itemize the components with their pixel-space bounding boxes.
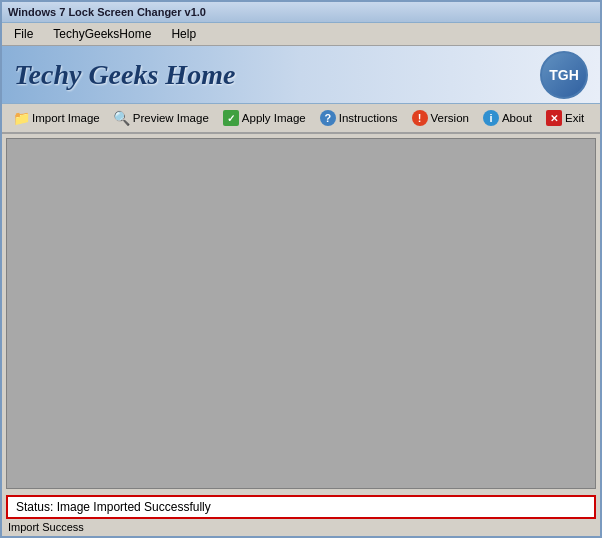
version-button[interactable]: ! Version [407, 108, 474, 128]
exit-icon: ✕ [546, 110, 562, 126]
status-text: Status: Image Imported Successfully [16, 500, 211, 514]
import-image-button[interactable]: 📁 Import Image [8, 108, 105, 128]
banner: Techy Geeks Home TGH [2, 46, 600, 104]
folder-icon: 📁 [13, 110, 29, 126]
apply-image-button[interactable]: ✓ Apply Image [218, 108, 311, 128]
menu-bar: File TechyGeeksHome Help [2, 23, 600, 46]
exit-label: Exit [565, 112, 584, 124]
window-title: Windows 7 Lock Screen Changer v1.0 [8, 6, 206, 18]
about-label: About [502, 112, 532, 124]
info-icon: i [483, 110, 499, 126]
menu-help[interactable]: Help [165, 25, 202, 43]
instructions-button[interactable]: ? Instructions [315, 108, 403, 128]
banner-title: Techy Geeks Home [14, 59, 235, 91]
apply-image-label: Apply Image [242, 112, 306, 124]
status-bar: Status: Image Imported Successfully Impo… [2, 493, 600, 536]
about-button[interactable]: i About [478, 108, 537, 128]
image-preview-area [6, 138, 596, 489]
status-label: Import Success [6, 520, 596, 534]
title-bar: Windows 7 Lock Screen Changer v1.0 [2, 2, 600, 23]
question-icon: ? [320, 110, 336, 126]
toolbar: 📁 Import Image 🔍 Preview Image ✓ Apply I… [2, 104, 600, 134]
import-image-label: Import Image [32, 112, 100, 124]
menu-techygeekshome[interactable]: TechyGeeksHome [47, 25, 157, 43]
main-window: Windows 7 Lock Screen Changer v1.0 File … [0, 0, 602, 538]
instructions-label: Instructions [339, 112, 398, 124]
checkmark-icon: ✓ [223, 110, 239, 126]
menu-file[interactable]: File [8, 25, 39, 43]
preview-image-label: Preview Image [133, 112, 209, 124]
preview-image-button[interactable]: 🔍 Preview Image [109, 108, 214, 128]
version-label: Version [431, 112, 469, 124]
banner-logo: TGH [540, 51, 588, 99]
status-text-box: Status: Image Imported Successfully [6, 495, 596, 519]
warning-icon: ! [412, 110, 428, 126]
search-icon: 🔍 [114, 110, 130, 126]
exit-button[interactable]: ✕ Exit [541, 108, 589, 128]
